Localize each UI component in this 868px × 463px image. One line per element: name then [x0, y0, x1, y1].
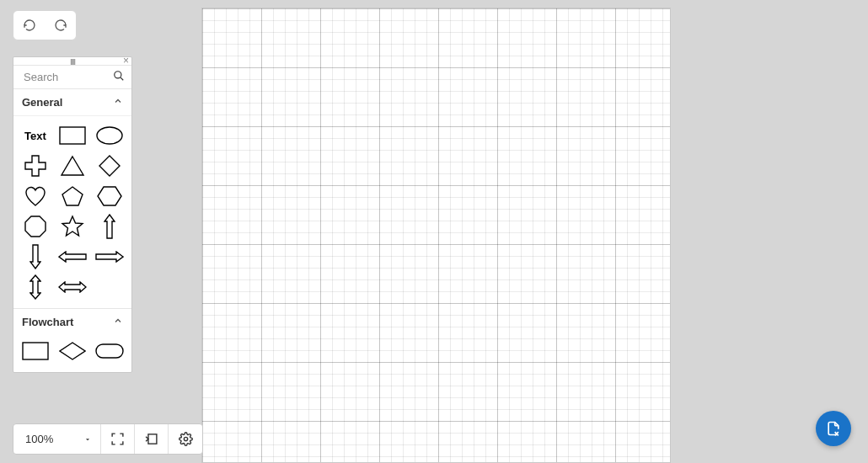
shape-text[interactable]: Text: [19, 123, 52, 148]
shape-arrow-right[interactable]: [93, 244, 126, 269]
arrow-updown-icon: [29, 274, 41, 300]
fullscreen-icon: [110, 432, 125, 446]
fit-button[interactable]: [135, 424, 169, 454]
pentagon-icon: [61, 185, 84, 207]
shape-terminator[interactable]: [93, 338, 126, 364]
edit-note-icon: [825, 420, 842, 437]
process-icon: [22, 342, 49, 360]
svg-rect-2: [60, 127, 85, 144]
search-icon[interactable]: [113, 70, 125, 84]
arrow-down-icon: [29, 244, 41, 269]
caret-down-icon: [83, 435, 92, 444]
shape-arrow-leftright[interactable]: [56, 274, 89, 300]
svg-point-7: [184, 437, 187, 440]
hexagon-icon: [96, 185, 123, 207]
rectangle-icon: [59, 126, 86, 145]
shape-pentagon[interactable]: [56, 184, 89, 209]
chevron-up-icon: [113, 316, 123, 328]
shape-arrow-updown[interactable]: [19, 274, 52, 300]
shape-decision[interactable]: [56, 338, 89, 364]
chevron-up-icon: [113, 96, 123, 109]
shape-empty: [93, 274, 126, 300]
decision-icon: [59, 342, 86, 360]
shape-octagon[interactable]: [19, 214, 52, 239]
cross-icon: [24, 154, 47, 178]
svg-point-0: [115, 72, 121, 78]
search-input[interactable]: [22, 70, 113, 84]
zoom-dropdown[interactable]: 100%: [13, 424, 101, 454]
zoom-value: 100%: [25, 433, 53, 445]
svg-rect-4: [23, 343, 48, 359]
heart-icon: [24, 185, 47, 207]
general-shapes-grid: Text: [13, 116, 131, 309]
shape-heart[interactable]: [19, 184, 52, 209]
shape-star[interactable]: [56, 214, 89, 239]
section-general-header[interactable]: General: [13, 89, 131, 116]
shape-rectangle[interactable]: [56, 123, 89, 148]
shape-cross[interactable]: [19, 153, 52, 178]
drag-handle-icon: |||||||: [70, 58, 75, 64]
gear-icon: [179, 432, 193, 446]
svg-line-1: [121, 77, 123, 80]
shape-arrow-up[interactable]: [93, 214, 126, 239]
section-flowchart-header[interactable]: Flowchart: [13, 309, 131, 335]
shapes-panel: ||||||| × General Text: [13, 56, 132, 373]
shape-arrow-down[interactable]: [19, 244, 52, 269]
shape-ellipse[interactable]: [93, 123, 126, 148]
ellipse-icon: [96, 126, 123, 145]
arrow-left-icon: [58, 251, 87, 263]
shape-process[interactable]: [19, 338, 52, 364]
footer-toolbar: 100%: [13, 423, 203, 455]
drawing-canvas[interactable]: [201, 8, 671, 463]
section-general-title: General: [22, 96, 62, 109]
shape-hexagon[interactable]: [93, 184, 126, 209]
svg-rect-6: [148, 434, 157, 444]
redo-button[interactable]: [51, 16, 70, 35]
panel-drag-handle[interactable]: ||||||| ×: [13, 57, 131, 66]
fit-icon: [144, 432, 158, 446]
fullscreen-button[interactable]: [101, 424, 135, 454]
star-icon: [61, 215, 84, 238]
octagon-icon: [24, 215, 47, 238]
arrow-up-icon: [104, 214, 115, 239]
svg-rect-5: [96, 344, 123, 358]
shape-triangle[interactable]: [56, 153, 89, 178]
redo-icon: [54, 19, 67, 32]
shape-arrow-left[interactable]: [56, 244, 89, 269]
flowchart-shapes-grid: [13, 335, 131, 372]
diamond-icon: [98, 154, 121, 178]
terminator-icon: [95, 343, 124, 359]
triangle-icon: [60, 155, 85, 177]
shape-diamond[interactable]: [93, 153, 126, 178]
arrow-right-icon: [95, 251, 124, 263]
arrow-leftright-icon: [58, 281, 87, 293]
section-flowchart-title: Flowchart: [22, 316, 73, 328]
svg-point-3: [97, 127, 122, 144]
close-icon[interactable]: ×: [123, 56, 129, 66]
edit-fab[interactable]: [816, 411, 851, 446]
settings-button[interactable]: [169, 424, 202, 454]
shapes-search: [13, 66, 131, 89]
undo-button[interactable]: [20, 16, 39, 35]
undo-icon: [23, 19, 36, 32]
undo-redo-toolbar: [13, 10, 77, 40]
